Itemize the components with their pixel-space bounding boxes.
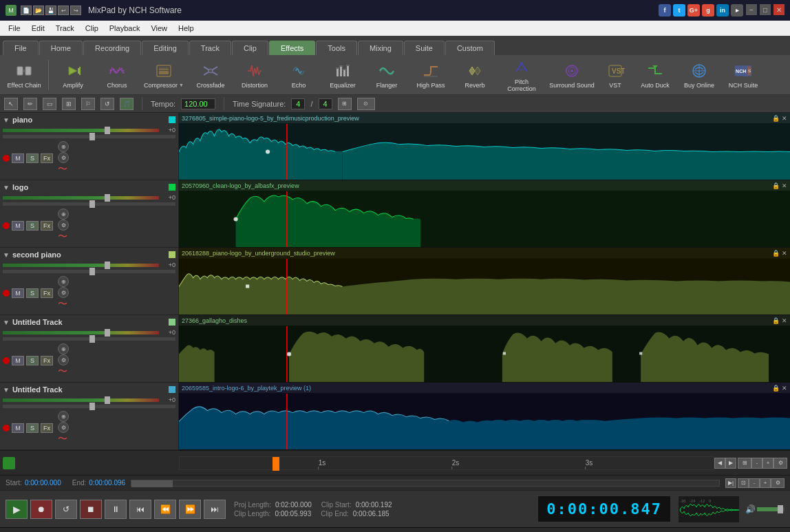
solo-btn-logo[interactable]: S xyxy=(26,221,39,231)
track-record-piano[interactable] xyxy=(3,155,10,162)
time-sig-btn[interactable]: ⊞ xyxy=(338,98,352,110)
tab-recording[interactable]: Recording xyxy=(83,41,141,55)
snap-tool[interactable]: ⊞ xyxy=(62,98,76,110)
fx-btn-piano[interactable]: Fx xyxy=(41,153,53,163)
open-btn[interactable]: 📂 xyxy=(33,6,44,15)
effect-chain-button[interactable]: Effect Chain xyxy=(3,57,45,93)
clip-area-second-piano[interactable]: 20618288_piano-logo_by_underground_studi… xyxy=(179,248,790,315)
twitter-icon[interactable]: t xyxy=(673,4,685,17)
cursor-tool[interactable]: ↖ xyxy=(4,98,18,110)
zoom-out-btn[interactable]: - xyxy=(751,458,762,469)
tempo-input[interactable] xyxy=(181,98,215,109)
tab-custom[interactable]: Custom xyxy=(445,41,495,55)
undo-btn[interactable]: ↩ xyxy=(58,6,69,15)
track-pan-fader-logo[interactable] xyxy=(3,202,175,206)
fx-btn-sp[interactable]: Fx xyxy=(41,288,53,298)
snap-on-btn[interactable]: ⊙ xyxy=(357,98,375,110)
flanger-button[interactable]: Flanger xyxy=(365,57,408,93)
chorus-button[interactable]: Chorus xyxy=(96,57,138,93)
menu-edit[interactable]: Edit xyxy=(26,23,50,34)
menu-playback[interactable]: Playback xyxy=(104,23,146,34)
mute-btn-sp[interactable]: M xyxy=(12,288,24,298)
track-settings-logo[interactable]: ⚙ xyxy=(58,220,69,231)
crossfade-button[interactable]: Crossfade xyxy=(189,57,232,93)
zoom-in-btn[interactable]: + xyxy=(762,458,773,469)
track-expand-logo[interactable]: ▼ xyxy=(3,184,10,191)
tab-effects[interactable]: Effects xyxy=(269,41,315,55)
equalizer-button[interactable]: Equalizer xyxy=(321,57,364,93)
fx-btn-u2[interactable]: Fx xyxy=(41,423,53,433)
pitch-correction-button[interactable]: Pitch Correction xyxy=(498,57,546,93)
rewind-button[interactable]: ⏮ xyxy=(129,500,151,519)
zoom-minus-btn[interactable]: - xyxy=(749,478,760,488)
volume-slider[interactable] xyxy=(757,507,784,511)
zoom-fit-btn[interactable]: ⊞ xyxy=(738,458,751,469)
mute-btn-piano[interactable]: M xyxy=(12,153,24,163)
new-btn[interactable]: 📄 xyxy=(21,6,32,15)
track-pan-thumb-sp[interactable] xyxy=(89,268,95,275)
loop-button[interactable]: ↺ xyxy=(55,500,77,519)
compressor-button[interactable]: Compressor ▼ xyxy=(140,57,188,93)
clip-area-piano[interactable]: 3276805_simple-piano-logo-5_by_fredimusi… xyxy=(179,113,790,180)
more-icon[interactable]: ▸ xyxy=(731,4,743,17)
amplify-button[interactable]: Amplify xyxy=(52,57,94,93)
track-expand-untitled2[interactable]: ▼ xyxy=(3,386,10,394)
solo-btn-sp[interactable]: S xyxy=(26,288,39,298)
mute-btn-u2[interactable]: M xyxy=(12,423,24,433)
linkedin-icon[interactable]: in xyxy=(716,4,729,17)
tab-file[interactable]: File xyxy=(3,41,39,55)
track-pan-fader-sp[interactable] xyxy=(3,270,175,273)
track-pan-fader-piano[interactable] xyxy=(3,135,175,138)
zoom-to-fit-btn[interactable]: ⊡ xyxy=(738,478,749,488)
tab-clip[interactable]: Clip xyxy=(232,41,268,55)
track-link-sp[interactable]: ⊕ xyxy=(58,276,69,287)
menu-track[interactable]: Track xyxy=(50,23,80,34)
solo-btn-piano[interactable]: S xyxy=(26,153,39,163)
record-button[interactable]: ⏺ xyxy=(30,500,52,519)
track-record-u1[interactable] xyxy=(3,357,10,364)
close-button[interactable]: ✕ xyxy=(773,4,784,15)
track-pan-thumb-u1[interactable] xyxy=(89,335,95,343)
play-button[interactable]: ▶ xyxy=(6,500,28,519)
fx-btn-logo[interactable]: Fx xyxy=(41,221,53,231)
surround-sound-button[interactable]: Surround Sound xyxy=(547,57,597,93)
tab-mixing[interactable]: Mixing xyxy=(358,41,403,55)
timeline-ruler[interactable]: 1s 2s 3s xyxy=(179,456,714,470)
menu-clip[interactable]: Clip xyxy=(80,23,104,34)
pencil-tool[interactable]: ✏ xyxy=(23,98,37,110)
track-expand-second-piano[interactable]: ▼ xyxy=(3,251,10,259)
track-link-u2[interactable]: ⊕ xyxy=(58,411,69,422)
track-pan-fader-u2[interactable] xyxy=(3,405,175,408)
stop-button[interactable]: ⏹ xyxy=(80,500,102,519)
track-volume-fader-logo[interactable] xyxy=(3,196,159,200)
google-icon[interactable]: G+ xyxy=(687,4,700,17)
track-volume-thumb-u1[interactable] xyxy=(105,329,110,337)
track-pan-thumb-piano[interactable] xyxy=(89,133,95,140)
select-tool[interactable]: ▭ xyxy=(43,98,56,110)
tab-track[interactable]: Track xyxy=(189,41,231,55)
track-volume-thumb-u2[interactable] xyxy=(105,396,110,404)
tab-suite[interactable]: Suite xyxy=(404,41,445,55)
zoom-tool[interactable]: ⚐ xyxy=(81,98,95,110)
track-volume-fader-u1[interactable] xyxy=(3,331,159,334)
track-volume-fader-u2[interactable] xyxy=(3,398,159,402)
scroll-right-btn[interactable]: ▶ xyxy=(725,458,736,469)
tab-editing[interactable]: Editing xyxy=(142,41,189,55)
solo-btn-u2[interactable]: S xyxy=(26,423,39,433)
fx-btn-u1[interactable]: Fx xyxy=(41,356,53,365)
vst-button[interactable]: VST VST xyxy=(598,57,632,93)
track-expand-untitled1[interactable]: ▼ xyxy=(3,319,10,326)
tab-home[interactable]: Home xyxy=(39,41,83,55)
echo-button[interactable]: Echo xyxy=(277,57,320,93)
next-button[interactable]: ⏩ xyxy=(179,500,201,519)
distortion-button[interactable]: Distortion xyxy=(233,57,276,93)
clip-area-intro[interactable]: 20659585_intro-logo-6_by_playtek_preview… xyxy=(179,383,790,450)
pause-button[interactable]: ⏸ xyxy=(105,500,127,519)
track-volume-thumb-logo[interactable] xyxy=(105,194,110,202)
solo-btn-u1[interactable]: S xyxy=(26,356,39,365)
volume-thumb[interactable] xyxy=(778,505,783,513)
zoom-plus-btn[interactable]: + xyxy=(760,478,771,488)
buy-online-button[interactable]: Buy Online xyxy=(678,57,720,93)
scroll-thumb[interactable] xyxy=(131,480,173,487)
redo-btn[interactable]: ↪ xyxy=(70,6,81,15)
